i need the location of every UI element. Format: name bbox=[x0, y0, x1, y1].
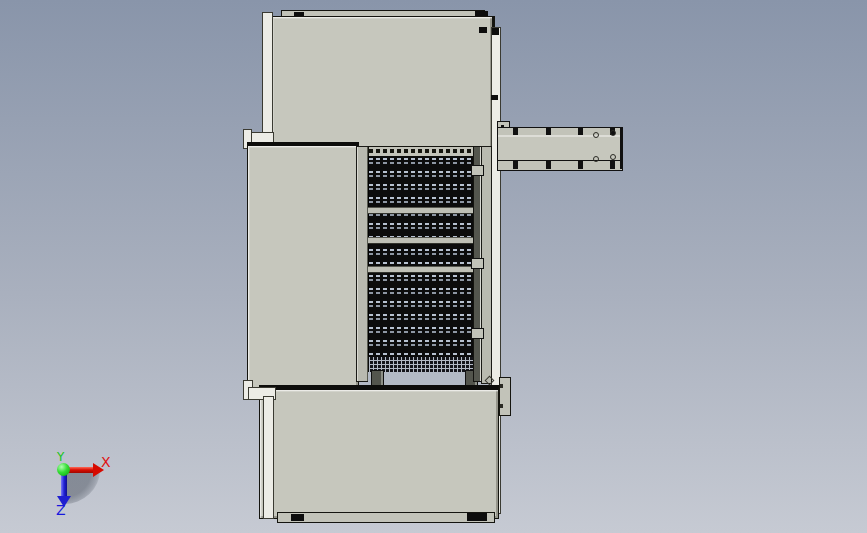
beam-end-edge bbox=[620, 127, 623, 169]
coil-mesh-section[interactable] bbox=[356, 146, 490, 389]
z-axis-arrow bbox=[61, 473, 67, 497]
y-axis-origin-sphere bbox=[57, 463, 70, 476]
right-mounting-plate[interactable] bbox=[499, 377, 511, 416]
beam-notch bbox=[513, 161, 518, 169]
plate-hole bbox=[500, 404, 503, 408]
beam-web[interactable] bbox=[497, 135, 622, 161]
beam-flange-bottom[interactable] bbox=[497, 160, 623, 171]
beam-notch bbox=[578, 161, 583, 169]
beam-bolt-hole bbox=[610, 154, 616, 160]
right-rail-cap-top bbox=[492, 28, 499, 35]
beam-bolt-hole bbox=[593, 132, 599, 138]
top-panel[interactable] bbox=[271, 16, 495, 149]
beam-bolt-hole bbox=[610, 130, 616, 136]
plate-hole bbox=[500, 384, 503, 388]
beam-notch bbox=[610, 161, 615, 169]
right-rail-mark bbox=[491, 95, 498, 100]
z-axis-label: Z bbox=[56, 503, 66, 517]
x-axis-label: X bbox=[101, 455, 111, 469]
cad-viewport-canvas[interactable]: Y X Z bbox=[0, 0, 867, 533]
base-foot-right bbox=[467, 513, 487, 521]
x-axis-arrow bbox=[67, 467, 93, 473]
mesh-hinge-tab bbox=[471, 258, 484, 269]
bottom-panel[interactable] bbox=[259, 385, 499, 519]
beam-notch bbox=[546, 161, 551, 169]
mesh-finned-coil-field[interactable] bbox=[368, 156, 475, 356]
y-axis-label: Y bbox=[57, 450, 64, 464]
base-foot-left bbox=[291, 514, 304, 521]
left-conduit-top-vertical[interactable] bbox=[262, 12, 273, 138]
left-conduit-bottom-vertical[interactable] bbox=[263, 396, 274, 519]
mesh-divider-bar bbox=[368, 207, 474, 214]
top-panel-step-mark bbox=[479, 27, 487, 33]
mesh-divider-bar bbox=[368, 237, 474, 244]
mesh-hinge-tab bbox=[471, 328, 484, 339]
access-door-panel[interactable] bbox=[247, 142, 359, 394]
side-mounting-beam[interactable] bbox=[497, 121, 623, 170]
base-rail[interactable] bbox=[277, 512, 495, 523]
beam-bolt-hole bbox=[593, 156, 599, 162]
mesh-hinge-tab bbox=[471, 165, 484, 176]
mesh-divider-bar bbox=[368, 266, 474, 273]
